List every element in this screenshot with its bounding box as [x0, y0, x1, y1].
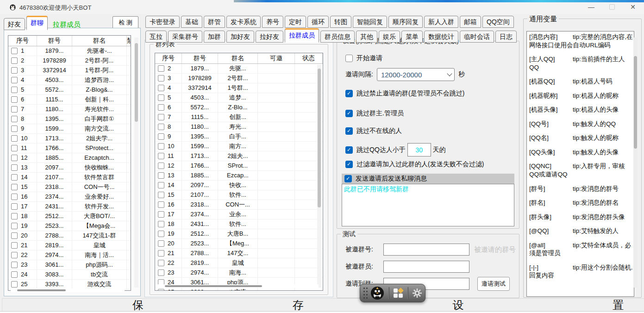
tab-卡密登录[interactable]: 卡密登录	[145, 16, 180, 28]
row-checkbox[interactable]	[11, 203, 18, 210]
table-row[interactable]: 243083...tb交流	[8, 270, 131, 280]
invited-group-input[interactable]	[383, 244, 469, 256]
row-checkbox[interactable]	[11, 271, 18, 278]
row-checkbox[interactable]	[158, 65, 164, 72]
column-header[interactable]: 群号	[182, 53, 218, 63]
mid-horizontal-scrollbar[interactable]	[157, 284, 319, 288]
table-row[interactable]: 142097...快收...	[155, 181, 323, 190]
private-message-textarea[interactable]: 此群已不用请移驾新群	[342, 184, 514, 226]
column-header[interactable]: 禁言	[127, 36, 131, 46]
row-checkbox[interactable]	[11, 194, 18, 200]
table-row[interactable]: 81180...寿光...	[155, 122, 323, 132]
row-checkbox[interactable]	[11, 87, 18, 93]
tab-菜单[interactable]: 菜单	[401, 31, 423, 43]
row-checkbox[interactable]	[11, 57, 18, 64]
row-checkbox[interactable]	[158, 75, 164, 81]
table-row[interactable]: 21879...先驱...	[155, 64, 323, 74]
row-checkbox[interactable]	[158, 289, 164, 291]
skip-forbidden-row[interactable]: 跳过禁止邀请的群(是管理员不会跳过)	[345, 89, 464, 98]
mid-vertical-scrollbar[interactable]	[317, 65, 321, 287]
table-row[interactable]: 219782892号群-阿...	[8, 56, 131, 66]
send-private-msg-checkbox[interactable]	[344, 175, 352, 182]
row-checkbox[interactable]	[158, 143, 164, 150]
row-checkbox[interactable]	[158, 94, 164, 101]
row-checkbox[interactable]	[158, 192, 164, 198]
table-row[interactable]: 212788...147交...	[155, 249, 323, 258]
tab-群聊[interactable]: 群聊	[26, 16, 48, 30]
start-invite-row[interactable]: 开始邀请	[345, 54, 382, 63]
row-checkbox[interactable]	[11, 252, 18, 258]
settings-gear-icon[interactable]	[412, 288, 422, 298]
tab-日志[interactable]: 日志	[495, 31, 517, 43]
table-row[interactable]: 65572...Z-Blo...	[155, 103, 323, 113]
row-checkbox[interactable]	[11, 184, 18, 190]
table-row[interactable]: 71180...寿光软件...	[8, 105, 131, 114]
row-checkbox[interactable]	[11, 48, 18, 54]
column-header[interactable]: 群号	[37, 36, 72, 46]
row-checkbox[interactable]	[158, 182, 164, 188]
table-row[interactable]: 202788...147交流1-群	[8, 231, 131, 241]
table-row[interactable]: 44503...追梦西游...	[8, 75, 131, 85]
invite-test-button[interactable]: 邀请测试	[477, 277, 510, 291]
tab-其他[interactable]: 其他	[356, 31, 377, 43]
table-row[interactable]: 212819...皇城	[8, 241, 131, 250]
row-checkbox[interactable]	[158, 124, 164, 130]
tab-定时[interactable]: 定时	[285, 16, 306, 28]
row-checkbox[interactable]	[158, 153, 164, 159]
variables-listbox[interactable]: [消息内容]tip:完整的消息内容,在网络接口使用会自动URL编码[主人QQ]t…	[526, 31, 634, 297]
minimize-button[interactable]: —	[588, 2, 595, 12]
tab-采集群号[interactable]: 采集群号	[168, 31, 202, 43]
tab-群员信息[interactable]: 群员信息	[320, 31, 355, 43]
tab-顺序回复[interactable]: 顺序回复	[388, 16, 423, 28]
scrollbar-thumb[interactable]	[634, 56, 637, 149]
row-checkbox[interactable]	[11, 116, 18, 122]
scrollbar-thumb[interactable]	[17, 289, 66, 291]
tab-加好友[interactable]: 加好友	[226, 31, 254, 43]
table-row[interactable]: 121766...SProt...	[155, 161, 323, 171]
table-row[interactable]: 222819...皇城	[155, 258, 323, 268]
table-row[interactable]: 121885...Ezcaptch...	[8, 153, 131, 163]
skip-offline-row[interactable]: 跳过不在线的人	[345, 127, 402, 135]
column-header[interactable]: 序号	[155, 53, 182, 63]
row-checkbox[interactable]	[11, 96, 18, 103]
table-row[interactable]: 172431...软件开发...	[8, 202, 131, 212]
tab-智能回复[interactable]: 智能回复	[353, 16, 387, 28]
interval-dropdown[interactable]: 12000-20000	[377, 68, 455, 81]
tab-QQ空间[interactable]: QQ空间	[482, 16, 514, 28]
drag-handle[interactable]	[363, 288, 368, 299]
skip-admin-checkbox[interactable]	[345, 110, 353, 117]
tab-养号[interactable]: 养号	[262, 16, 283, 28]
row-checkbox[interactable]	[158, 85, 164, 91]
row-checkbox[interactable]	[158, 133, 164, 140]
row-checkbox[interactable]	[11, 77, 18, 83]
tab-拉好友[interactable]: 拉好友	[256, 31, 283, 43]
tab-拉群成员[interactable]: 拉群成员	[49, 19, 84, 30]
table-row[interactable]: 101599...南方...	[155, 142, 323, 151]
tab-转图[interactable]: 转图	[330, 16, 351, 28]
scrollbar-thumb[interactable]	[318, 69, 321, 207]
left-horizontal-scrollbar[interactable]	[11, 288, 125, 292]
tab-发卡系统[interactable]: 发卡系统	[226, 16, 261, 28]
table-row[interactable]: 433729141号群...	[155, 83, 323, 93]
table-row[interactable]: 233061...php源码...	[8, 260, 131, 270]
column-header[interactable]: 群名	[218, 53, 258, 63]
invited-member-input[interactable]	[383, 261, 469, 273]
row-checkbox[interactable]	[11, 145, 18, 151]
table-row[interactable]: 162374...业余爱好...	[8, 192, 131, 202]
tab-加群[interactable]: 加群	[204, 31, 225, 43]
row-checkbox[interactable]	[11, 281, 18, 288]
skip-offline-checkbox[interactable]	[345, 127, 353, 135]
row-checkbox[interactable]	[158, 240, 164, 247]
table-row[interactable]: 172374...业余...	[155, 210, 323, 219]
row-checkbox[interactable]	[158, 114, 164, 120]
skip-forbidden-checkbox[interactable]	[345, 90, 353, 97]
column-header[interactable]: 可邀	[258, 53, 295, 63]
row-checkbox[interactable]	[11, 106, 18, 113]
table-row[interactable]: 253393...游戏交流	[8, 280, 131, 289]
row-checkbox[interactable]	[158, 250, 164, 257]
tab-群管[interactable]: 群管	[204, 16, 225, 28]
tab-邮箱[interactable]: 邮箱	[460, 16, 481, 28]
row-checkbox[interactable]	[11, 232, 18, 239]
skip-qq-daren-checkbox[interactable]	[345, 146, 353, 154]
filter-joined-checkbox[interactable]	[345, 161, 353, 168]
